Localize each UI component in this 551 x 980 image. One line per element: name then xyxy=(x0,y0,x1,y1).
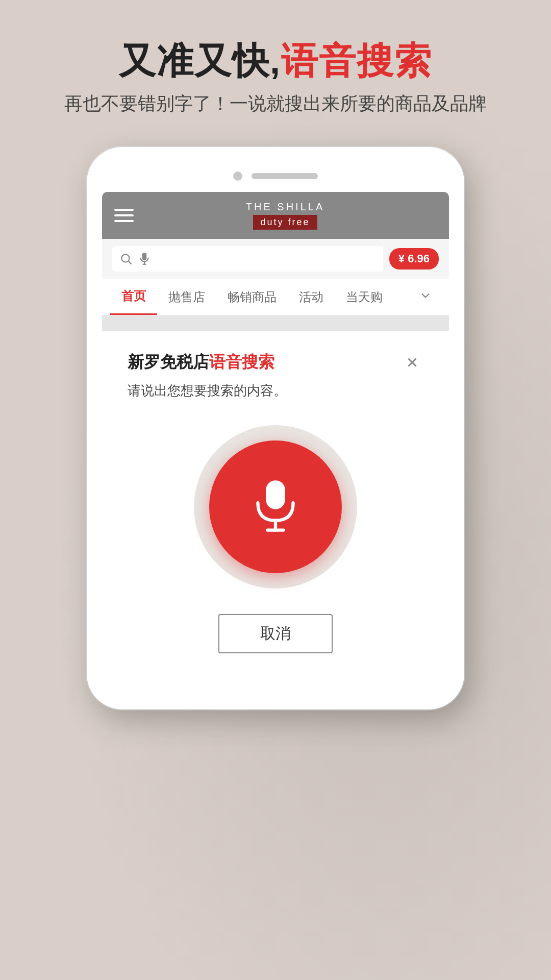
search-input-area[interactable] xyxy=(112,246,383,272)
phone-speaker xyxy=(252,173,318,179)
page-subtitle: 再也不要错别字了！一说就搜出来所要的商品及品牌 xyxy=(64,91,487,116)
mic-outer-ring xyxy=(194,425,357,589)
header-section: 又准又快,语音搜索 再也不要错别字了！一说就搜出来所要的商品及品牌 xyxy=(64,41,487,116)
brand-name: THE SHILLA xyxy=(246,201,324,213)
nav-more-icon[interactable] xyxy=(410,279,441,315)
search-bar: ¥ 6.96 xyxy=(102,239,449,279)
cancel-area: 取消 xyxy=(128,614,423,653)
brand-logo: THE SHILLA duty free xyxy=(246,201,324,230)
voice-search-modal: 新罗免税店语音搜索 请说出您想要搜索的内容。 xyxy=(102,331,449,679)
svg-rect-6 xyxy=(266,480,285,509)
tab-outlet[interactable]: 抛售店 xyxy=(157,280,216,314)
app-screenshot-strip xyxy=(102,315,449,331)
close-button[interactable] xyxy=(401,351,423,374)
tab-bestseller[interactable]: 畅销商品 xyxy=(216,280,288,314)
tab-home[interactable]: 首页 xyxy=(110,279,157,315)
search-icon xyxy=(119,252,133,265)
mic-search-icon[interactable] xyxy=(138,252,151,265)
phone-frame: THE SHILLA duty free xyxy=(87,147,464,709)
svg-line-1 xyxy=(129,261,132,264)
modal-header: 新罗免税店语音搜索 xyxy=(128,351,423,374)
nav-tabs: 首页 抛售店 畅销商品 活动 当天购 xyxy=(102,279,449,315)
phone-camera xyxy=(233,172,242,181)
phone-top-bar xyxy=(102,162,449,192)
mic-area xyxy=(128,425,423,589)
title-static: 又准又快, xyxy=(119,40,281,81)
balance-badge: ¥ 6.96 xyxy=(389,248,439,270)
page-title: 又准又快,语音搜索 xyxy=(64,41,487,81)
cancel-button[interactable]: 取消 xyxy=(218,614,333,653)
modal-title-static: 新罗免税店 xyxy=(128,353,209,371)
modal-title-highlight: 语音搜索 xyxy=(209,353,274,371)
tab-events[interactable]: 活动 xyxy=(288,280,335,314)
app-header: THE SHILLA duty free xyxy=(102,192,449,239)
mic-button[interactable] xyxy=(209,440,342,573)
modal-subtitle: 请说出您想要搜索的内容。 xyxy=(128,382,423,400)
brand-tag: duty free xyxy=(253,215,317,230)
svg-point-0 xyxy=(121,255,129,262)
hamburger-menu-icon[interactable] xyxy=(114,209,134,222)
title-highlight: 语音搜索 xyxy=(281,40,432,81)
microphone-icon xyxy=(247,479,304,535)
modal-title: 新罗免税店语音搜索 xyxy=(128,351,274,374)
app-screen: THE SHILLA duty free xyxy=(102,192,449,679)
close-icon xyxy=(405,355,420,370)
tab-today[interactable]: 当天购 xyxy=(335,280,394,314)
